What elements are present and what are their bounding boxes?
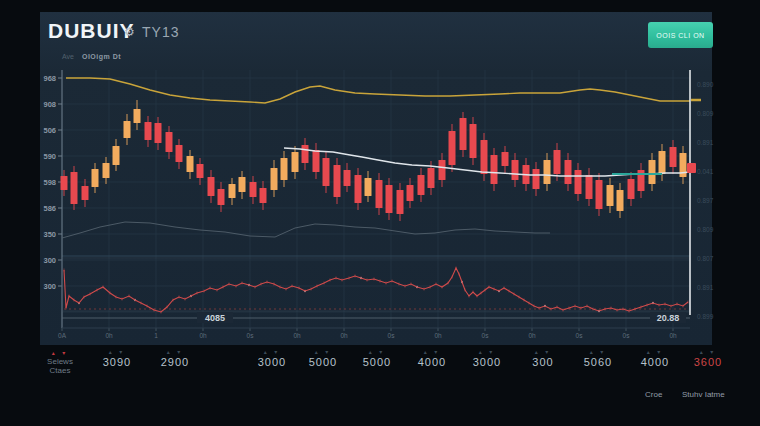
candle xyxy=(176,145,183,162)
footer-link[interactable]: Stuhv Iatme xyxy=(682,390,725,399)
candle xyxy=(407,185,414,201)
stat-value: 3600 xyxy=(676,356,740,369)
candle xyxy=(323,158,330,186)
candle xyxy=(187,156,194,172)
candle xyxy=(397,190,404,214)
footer-left-arrows: ▴ ▾ xyxy=(34,349,86,357)
candle xyxy=(239,177,246,192)
candle xyxy=(439,160,446,180)
candles xyxy=(61,100,687,221)
right-axis-label: 0.897 xyxy=(697,197,714,204)
candle xyxy=(533,169,540,189)
candle xyxy=(460,118,467,150)
footer-link[interactable]: Croe xyxy=(645,390,662,399)
stat-arrows-icon: ▴ ▾ xyxy=(566,349,630,356)
candle xyxy=(376,180,383,208)
candle xyxy=(155,123,162,143)
left-axis-label: 300 xyxy=(43,256,56,265)
stat-value: 5060 xyxy=(566,356,630,369)
candle xyxy=(334,165,341,197)
right-axis-label: 0.890 xyxy=(697,81,714,88)
left-axis-label: 586 xyxy=(43,204,56,213)
candle xyxy=(103,163,110,178)
footer-left-line1: Selews xyxy=(34,357,86,366)
left-axis-label: 598 xyxy=(43,178,56,187)
candle xyxy=(670,147,677,167)
candle xyxy=(292,152,299,172)
x-tick-label: 0s xyxy=(247,332,255,339)
footer-left-line2: Ctaes xyxy=(34,366,86,375)
footer-left-label: ▴ ▾ Selews Ctaes xyxy=(34,349,86,375)
candle xyxy=(260,188,267,203)
footer-stat: ▴ ▾3000 xyxy=(455,349,519,369)
x-tick-label: 0h xyxy=(105,332,113,339)
cursor xyxy=(687,70,701,315)
candle xyxy=(481,140,488,174)
candle xyxy=(281,158,288,180)
candle xyxy=(166,132,173,152)
x-tick-label: 0h xyxy=(340,332,348,339)
candle xyxy=(502,152,509,166)
stat-value: 2900 xyxy=(143,356,207,369)
candle xyxy=(61,176,68,190)
left-axis-label: 590 xyxy=(43,152,56,161)
candle xyxy=(134,109,141,123)
footer-stat: ▴ ▾3090 xyxy=(85,349,149,369)
candle xyxy=(386,185,393,213)
candle xyxy=(313,150,320,172)
x-tick-label: 0A xyxy=(58,332,67,339)
stat-arrows-icon: ▴ ▾ xyxy=(676,349,740,356)
footer-stat: ▴ ▾2900 xyxy=(143,349,207,369)
candle xyxy=(365,178,372,196)
candle xyxy=(470,124,477,158)
yellow-band-line xyxy=(66,78,690,103)
right-axis-label: 0.041 xyxy=(697,168,714,175)
stat-arrows-icon: ▴ ▾ xyxy=(85,349,149,356)
axis-annotation: 20.88 xyxy=(657,313,680,323)
x-tick-label: 0s xyxy=(623,332,631,339)
right-axis-label: 0.809 xyxy=(697,110,714,117)
candle xyxy=(565,160,572,184)
x-tick-label: 0s xyxy=(576,332,584,339)
candle xyxy=(575,170,582,194)
footer-stat: ▴ ▾5060 xyxy=(566,349,630,369)
footer-stat: ▴ ▾3600 xyxy=(676,349,740,369)
oscillator-line xyxy=(64,267,688,314)
right-axis-label: 0.809 xyxy=(697,226,714,233)
candle xyxy=(491,155,498,184)
candle xyxy=(344,170,351,186)
x-tick-label: 0h xyxy=(528,332,536,339)
x-tick-label: 1 xyxy=(154,332,158,339)
candle xyxy=(208,177,215,196)
candle xyxy=(113,146,120,165)
stat-value: 3000 xyxy=(455,356,519,369)
x-tick-label: 0h xyxy=(669,332,677,339)
candle xyxy=(250,182,257,197)
arrow-down-icon: ▾ xyxy=(62,350,68,356)
footer-links: CroeStuhv Iatme xyxy=(0,390,760,404)
price-marker xyxy=(687,163,696,173)
candle xyxy=(229,184,236,198)
left-axis-label: 506 xyxy=(43,126,56,135)
candle xyxy=(145,122,152,140)
candle xyxy=(512,160,519,180)
x-tick-label: 0s xyxy=(482,332,490,339)
arrow-up-icon: ▴ xyxy=(52,350,58,356)
candle xyxy=(71,172,78,204)
candle xyxy=(418,175,425,195)
x-tick-label: 0h xyxy=(199,332,207,339)
candle xyxy=(218,189,225,205)
candle xyxy=(82,186,89,200)
candle xyxy=(449,131,456,165)
candle xyxy=(607,185,614,206)
candle xyxy=(302,145,309,163)
candle xyxy=(92,169,99,187)
gray-band-line xyxy=(62,222,550,238)
candle xyxy=(659,151,666,174)
candle xyxy=(617,190,624,211)
candle xyxy=(544,160,551,184)
candle xyxy=(124,121,131,138)
left-axis-label: 908 xyxy=(43,100,56,109)
candle xyxy=(628,179,635,199)
right-axis-label: 0.891 xyxy=(697,139,714,146)
